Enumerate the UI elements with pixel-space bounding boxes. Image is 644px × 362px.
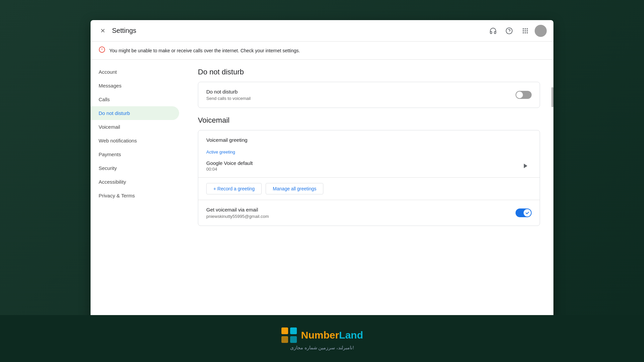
greeting-name: Google Voice default (206, 160, 520, 166)
toggle-check-icon (524, 209, 531, 217)
voicemail-email-row: Get voicemail via email pniewskinutty559… (198, 200, 540, 226)
sidebar-item-accessibility[interactable]: Accessibility (91, 175, 179, 189)
svg-rect-16 (281, 336, 288, 343)
sidebar-item-account[interactable]: Account (91, 65, 179, 79)
apps-button[interactable] (519, 24, 532, 38)
manage-greetings-button[interactable]: Manage all greetings (266, 183, 323, 194)
svg-rect-5 (523, 30, 524, 31)
window-title: Settings (112, 27, 486, 35)
svg-marker-14 (524, 164, 528, 168)
do-not-disturb-title: Do not disturb (198, 68, 540, 76)
logo-number: Number (301, 329, 339, 341)
sidebar-item-web-notifications[interactable]: Web notifications (91, 134, 179, 147)
voicemail-title: Voicemail (198, 116, 540, 125)
record-greeting-button[interactable]: + Record a greeting (206, 183, 262, 194)
sidebar-item-calls[interactable]: Calls (91, 93, 179, 106)
sidebar-item-privacy-terms[interactable]: Privacy & Terms (91, 189, 179, 202)
greeting-actions: + Record a greeting Manage all greetings (198, 178, 540, 200)
play-greeting-button[interactable] (520, 160, 532, 172)
logo-land: Land (339, 329, 363, 341)
svg-rect-3 (525, 28, 526, 29)
svg-rect-17 (290, 327, 297, 334)
dnd-card-title: Do not disturb (206, 89, 516, 95)
help-button[interactable] (502, 24, 516, 38)
do-not-disturb-row: Do not disturb Send calls to voicemail (198, 82, 540, 108)
svg-rect-9 (525, 32, 526, 33)
svg-rect-2 (523, 28, 524, 29)
close-icon: ✕ (100, 27, 105, 35)
voicemail-card: Voicemail greeting Active greeting Googl… (198, 130, 540, 226)
svg-rect-6 (525, 30, 526, 31)
email-voicemail-address: pniewskinutty55995@gmail.com (206, 214, 516, 219)
toggle-knob (516, 92, 523, 98)
close-button[interactable]: ✕ (97, 25, 108, 36)
svg-rect-7 (527, 30, 528, 31)
sidebar-item-payments[interactable]: Payments (91, 147, 179, 161)
content-area: Do not disturb Do not disturb Send calls… (184, 60, 553, 322)
scrollbar-thumb[interactable] (551, 87, 553, 107)
title-icons (486, 24, 547, 38)
svg-rect-15 (281, 327, 288, 334)
headset-button[interactable] (486, 24, 500, 38)
do-not-disturb-card: Do not disturb Send calls to voicemail (198, 82, 540, 108)
logo-tagline: نامبرلند، سرزمین شماره مجازی! (290, 345, 354, 350)
voicemail-greeting-header: Voicemail greeting (198, 130, 540, 143)
sidebar-item-do-not-disturb[interactable]: Do not disturb (91, 106, 179, 120)
alert-bar: You might be unable to make or receive c… (91, 42, 553, 60)
footer: NumberLand نامبرلند، سرزمین شماره مجازی! (0, 315, 644, 362)
logo-area: NumberLand نامبرلند، سرزمین شماره مجازی! (281, 327, 363, 350)
sidebar-item-messages[interactable]: Messages (91, 79, 179, 93)
email-voicemail-title: Get voicemail via email (206, 207, 516, 213)
alert-icon (99, 46, 105, 55)
svg-rect-10 (527, 32, 528, 33)
svg-rect-18 (290, 336, 297, 343)
do-not-disturb-toggle[interactable] (516, 91, 532, 99)
sidebar-item-security[interactable]: Security (91, 161, 179, 175)
main-content: Account Messages Calls Do not disturb Vo… (91, 60, 553, 322)
sidebar-item-voicemail[interactable]: Voicemail (91, 120, 179, 134)
dnd-card-subtitle: Send calls to voicemail (206, 96, 516, 101)
sidebar: Account Messages Calls Do not disturb Vo… (91, 60, 184, 322)
alert-message: You might be unable to make or receive c… (109, 48, 300, 53)
avatar[interactable] (535, 25, 547, 37)
greeting-duration: 00:04 (206, 167, 520, 172)
title-bar: ✕ Settings (91, 20, 553, 42)
voicemail-greeting-title: Voicemail greeting (206, 137, 532, 143)
svg-rect-8 (523, 32, 524, 33)
greeting-row: Google Voice default 00:04 (198, 157, 540, 178)
active-greeting-label: Active greeting (198, 144, 540, 157)
email-voicemail-toggle[interactable] (516, 208, 532, 217)
logo-icon (281, 327, 298, 344)
svg-rect-4 (527, 28, 528, 29)
